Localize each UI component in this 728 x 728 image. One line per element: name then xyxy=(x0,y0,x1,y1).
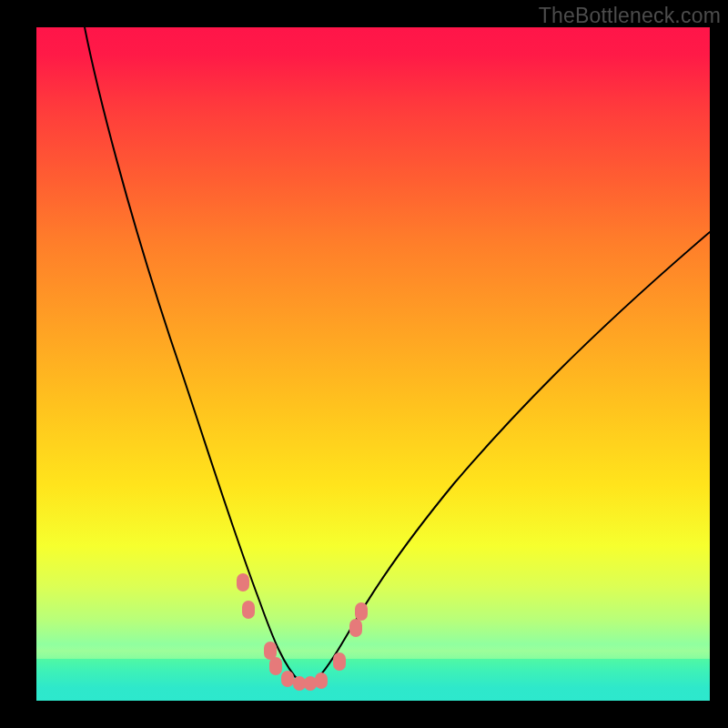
curve-marker xyxy=(315,672,328,689)
curve-marker xyxy=(304,676,317,691)
curve-marker xyxy=(269,657,282,675)
bottleneck-curve xyxy=(85,27,710,684)
curve-svg xyxy=(36,27,710,701)
watermark-text: TheBottleneck.com xyxy=(539,4,721,28)
curve-marker xyxy=(349,619,362,637)
chart-root: TheBottleneck.com xyxy=(0,0,728,728)
curve-marker xyxy=(333,652,346,671)
curve-marker xyxy=(264,642,277,660)
curve-marker xyxy=(242,601,255,619)
curve-marker xyxy=(237,573,249,592)
curve-marker xyxy=(293,676,306,691)
curve-marker xyxy=(355,602,368,621)
curve-marker xyxy=(281,671,294,687)
plot-area xyxy=(36,27,710,701)
